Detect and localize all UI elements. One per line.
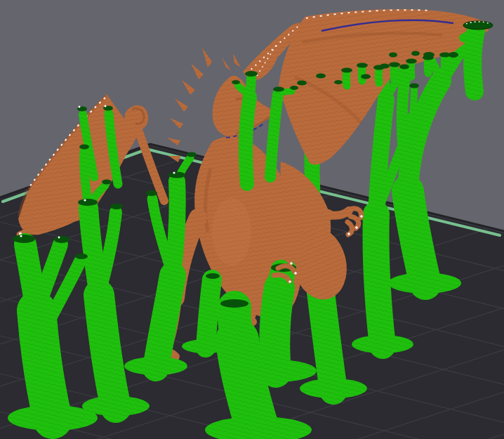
support-tip-cap — [389, 53, 397, 58]
support-tip-cap — [220, 299, 248, 308]
support-tip-cap — [110, 204, 123, 209]
support-tip-cap — [78, 199, 98, 206]
support-tip-cap — [463, 21, 493, 30]
support-tip-cap — [245, 71, 258, 77]
support-stub — [346, 72, 347, 86]
support-trunk — [376, 214, 383, 346]
support-stub — [427, 59, 428, 73]
support-tip-cap — [449, 52, 458, 58]
support-tip-cap — [75, 254, 88, 259]
support-tip-cap — [273, 87, 284, 92]
support-tip-cap — [297, 81, 307, 86]
support-tip-cap — [102, 180, 112, 185]
support-tip-cap — [146, 190, 157, 196]
viewport-3d-canvas[interactable] — [0, 0, 504, 439]
claw-highlight — [294, 272, 297, 275]
support-tip-cap — [316, 74, 326, 79]
claw-highlight — [347, 232, 350, 235]
support-tip-cap — [423, 52, 435, 58]
support-stub — [378, 69, 379, 83]
support-branch — [413, 90, 414, 116]
support-tip-cap — [341, 68, 352, 73]
support-tip-cap — [361, 74, 371, 79]
support-trunk — [156, 275, 173, 368]
dragon-right-wrist — [329, 211, 349, 216]
support-tip-cap — [206, 273, 220, 279]
support-trunk — [234, 308, 237, 340]
support-branch — [463, 31, 476, 38]
support-tip-cap — [357, 63, 368, 68]
support-branch — [278, 91, 292, 94]
support-trunk — [472, 31, 476, 91]
support-tip-cap — [54, 236, 69, 243]
support-stub — [444, 56, 445, 70]
support-tip-cap — [409, 84, 419, 89]
claw-highlight — [360, 215, 363, 218]
claw-highlight — [355, 226, 358, 229]
support-tip-cap — [411, 51, 420, 56]
support-tip-cap — [399, 65, 409, 70]
support-stub — [411, 63, 411, 77]
support-tip-cap — [406, 59, 417, 64]
support-trunk — [99, 295, 116, 407]
support-tip-cap — [13, 235, 35, 243]
claw-highlight — [289, 280, 291, 283]
claw-highlight — [290, 262, 293, 265]
support-trunk — [408, 191, 425, 284]
support-trunk — [206, 280, 212, 348]
support-tip-cap — [79, 145, 89, 150]
support-tip-cap — [232, 80, 240, 84]
support-tip-cap — [380, 64, 390, 69]
support-trunk — [246, 97, 250, 184]
support-trunk — [274, 288, 279, 372]
slicer-viewport[interactable] — [0, 0, 504, 439]
support-tip-cap — [187, 152, 197, 157]
support-tip-cap — [290, 86, 298, 90]
support-tip-cap — [168, 172, 185, 178]
dragon-belly-light — [212, 198, 251, 266]
support-tip-cap — [334, 80, 343, 84]
support-stub — [362, 67, 362, 81]
support-stub — [394, 66, 394, 80]
support-tip-cap — [389, 63, 400, 67]
